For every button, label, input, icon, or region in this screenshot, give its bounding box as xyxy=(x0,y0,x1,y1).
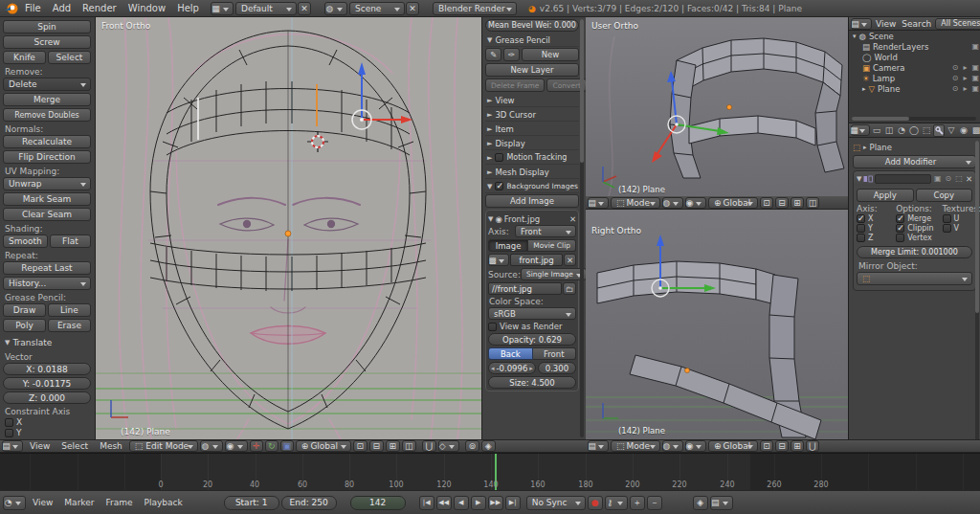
motion-tracking-checkbox[interactable] xyxy=(495,153,503,162)
outliner-search-menu[interactable]: Search xyxy=(900,19,933,29)
tab-world[interactable]: ◯ xyxy=(908,124,920,137)
outliner-display-mode-select[interactable]: All Scenes xyxy=(935,18,980,30)
modifier-close-icon[interactable]: ✕ xyxy=(966,174,972,184)
outliner-row-lamp[interactable]: ☀ Lamp ⊙▸▣ xyxy=(849,73,980,83)
menu-add[interactable]: Add xyxy=(47,3,77,13)
item-panel-header[interactable]: ►Item xyxy=(485,123,579,136)
outliner-row-scene[interactable]: ▾ ◍ Scene xyxy=(849,31,980,41)
outliner-row-renderlayers[interactable]: ▤ RenderLayers ▣ xyxy=(849,41,980,52)
mirror-y-checkbox[interactable] xyxy=(857,224,865,233)
mirror-object-select[interactable]: ⬚ xyxy=(857,272,972,285)
movie-clip-toggle-button[interactable]: Movie Clip xyxy=(528,239,576,252)
constraint-y-row[interactable]: Y xyxy=(5,428,91,437)
menu-window[interactable]: Window xyxy=(122,3,171,13)
properties-scrollbar[interactable] xyxy=(975,141,979,451)
play-icon[interactable]: ▶ xyxy=(471,496,486,510)
unlink-image-icon[interactable]: ✕ xyxy=(564,254,576,266)
modifier-name-field[interactable] xyxy=(875,174,931,184)
modifier-edit-toggle-icon[interactable]: ⬚ xyxy=(954,174,964,183)
offset-x-field[interactable]: ◂-0.0996▸ xyxy=(488,362,536,374)
scene-select[interactable]: Scene xyxy=(349,2,405,15)
spin-button[interactable]: Spin xyxy=(3,20,91,34)
file-browse-icon[interactable]: 🗀 xyxy=(563,282,576,295)
clipping-checkbox[interactable] xyxy=(896,224,904,233)
gp-new-button[interactable]: New xyxy=(522,48,579,61)
modifier-header[interactable]: ▼ ▣ ⊙ ⬚ ✕ xyxy=(854,171,975,186)
flip-direction-button[interactable]: Flip Direction xyxy=(3,150,91,164)
jump-to-end-icon[interactable]: ▶| xyxy=(505,496,521,510)
editor-type-icon[interactable]: ▤ xyxy=(588,440,609,452)
gp-erase-button[interactable]: Erase xyxy=(48,319,91,332)
selectability-toggle-icon[interactable]: ▸ xyxy=(962,63,968,72)
unwrap-button[interactable]: Unwrap xyxy=(3,177,91,190)
menu-help[interactable]: Help xyxy=(171,3,205,13)
source-select[interactable]: Single Image xyxy=(521,268,587,280)
record-icon[interactable]: ● xyxy=(588,496,603,510)
gp-poly-button[interactable]: Poly xyxy=(3,319,46,332)
blender-logo-icon[interactable] xyxy=(4,2,19,15)
background-images-panel-header[interactable]: ▼ Background Images xyxy=(485,180,579,193)
eye-icon[interactable]: ◉ xyxy=(495,214,501,224)
outliner-row-camera[interactable]: ▣ Camera ⊙▸▣ xyxy=(849,62,980,73)
mesh-display-panel-header[interactable]: ►Mesh Display xyxy=(485,166,579,179)
outliner-view-menu[interactable]: View xyxy=(874,19,898,29)
constraint-x-checkbox[interactable] xyxy=(5,418,13,427)
snap-element-icon[interactable]: ◇ xyxy=(438,440,459,452)
menu-file[interactable]: File xyxy=(19,3,47,13)
gp-draw-button[interactable]: Draw xyxy=(3,303,46,317)
keying-set-icon[interactable]: ⚷ xyxy=(605,496,628,510)
user-viewport[interactable] xyxy=(586,17,848,196)
delete-menu-button[interactable]: Delete xyxy=(3,78,91,91)
texture-u-checkbox[interactable] xyxy=(943,214,951,223)
history-button[interactable]: History... xyxy=(3,277,91,290)
timeline-marker-menu[interactable]: Marker xyxy=(59,498,99,507)
occlude-geometry-icon[interactable]: ◫ xyxy=(402,440,416,452)
render-opengl-anim-icon[interactable]: ◈ xyxy=(481,440,496,452)
screen-layout-delete-icon[interactable]: ✕ xyxy=(298,2,311,15)
editor-type-icon[interactable]: ▤ xyxy=(588,197,609,209)
snap-magnet-icon[interactable]: ⋃ xyxy=(422,440,436,452)
timeline-playback-menu[interactable]: Playback xyxy=(140,498,188,507)
gp-sculpt-icon[interactable]: ✑ xyxy=(503,48,520,61)
mirror-z-checkbox[interactable] xyxy=(857,234,865,242)
translate-panel-header[interactable]: ▼ Translate xyxy=(3,336,91,349)
edge-select-icon[interactable]: ⊟ xyxy=(775,197,789,209)
sync-mode-select[interactable]: No Sync xyxy=(526,496,586,510)
display-panel-header[interactable]: ►Display xyxy=(485,137,579,150)
play-reverse-icon[interactable]: ◀ xyxy=(454,496,469,510)
recalculate-button[interactable]: Recalculate xyxy=(3,135,91,148)
merge-limit-field[interactable]: Merge Limit: 0.001000 xyxy=(857,246,972,258)
gp-line-button[interactable]: Line xyxy=(48,303,91,317)
mode-select[interactable]: ⬚Mode xyxy=(611,197,660,209)
vector-z-field[interactable]: Z: 0.000 xyxy=(3,391,91,404)
viewport-shading-icon[interactable]: ◍ xyxy=(200,440,223,452)
file-path-field[interactable]: //front.jpg xyxy=(488,282,562,295)
back-toggle-button[interactable]: Back xyxy=(488,347,533,360)
transform-orientation-select[interactable]: ⊕Global xyxy=(296,440,351,452)
tab-object[interactable]: ⬚ xyxy=(921,124,932,137)
tab-scene[interactable]: ◔ xyxy=(896,124,907,137)
visibility-toggle-icon[interactable]: ⊙ xyxy=(951,74,960,82)
selectability-toggle-icon[interactable]: ▸ xyxy=(962,74,968,82)
render-toggle-icon[interactable]: ▣ xyxy=(970,84,980,93)
editor-type-icon[interactable]: ▤ xyxy=(2,440,23,452)
size-field[interactable]: Size: 4.500 xyxy=(488,376,576,389)
view-panel-header[interactable]: ►View xyxy=(485,94,579,107)
background-images-checkbox[interactable] xyxy=(495,182,503,190)
keying-options-icon[interactable]: ▤ xyxy=(710,496,733,510)
transform-orientation-select[interactable]: ⊕Global xyxy=(708,197,758,209)
close-icon[interactable]: ✕ xyxy=(569,214,576,224)
timeline-view-menu[interactable]: View xyxy=(28,498,57,507)
tab-object-data[interactable]: ▽ xyxy=(946,124,957,137)
gp-pencil-icon[interactable]: ✎ xyxy=(485,48,501,61)
delete-keyframe-icon[interactable]: － xyxy=(647,496,662,510)
modifier-view-toggle-icon[interactable]: ⊙ xyxy=(945,174,953,183)
offset-y-field[interactable]: 0.300 xyxy=(538,362,576,374)
render-toggle-icon[interactable]: ▣ xyxy=(970,42,980,51)
current-frame-field[interactable]: 142 xyxy=(350,496,406,510)
knife-button[interactable]: Knife xyxy=(3,51,46,64)
constraint-x-row[interactable]: X xyxy=(5,417,91,427)
transform-orientation-select[interactable]: ⊕Global xyxy=(708,440,758,452)
front-toggle-button[interactable]: Front xyxy=(533,347,577,360)
front-viewport[interactable] xyxy=(96,17,481,439)
